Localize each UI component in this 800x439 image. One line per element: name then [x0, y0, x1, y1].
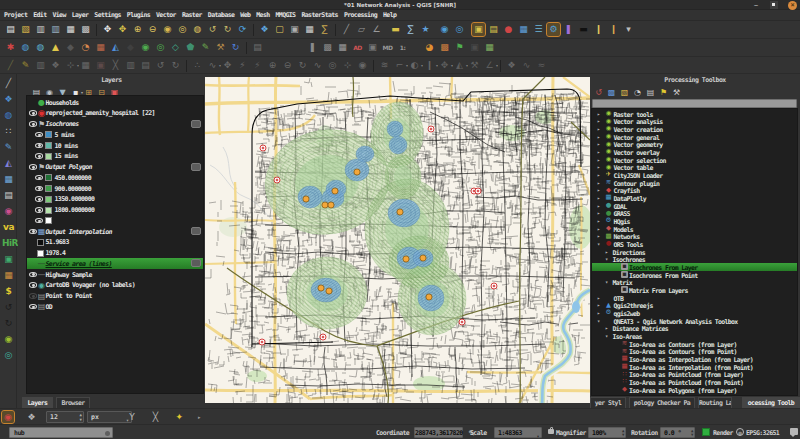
menu-project[interactable]: Project — [4, 10, 27, 21]
snapping-options-icon[interactable]: ❖ — [505, 59, 518, 72]
expand-arrow-icon[interactable]: ▾ — [597, 241, 600, 247]
md-box-icon[interactable]: MD — [381, 41, 394, 54]
vertex-tool-all-icon[interactable]: ❖ — [49, 59, 62, 72]
flag-plugin-icon[interactable]: ⚑ — [453, 41, 466, 54]
layer-item[interactable]: ◉CartoDB Voyager (no labels) — [27, 280, 203, 291]
show-layout-manager-icon[interactable]: ▩ — [79, 23, 92, 36]
layer-item[interactable]: 10 mins — [27, 140, 203, 151]
add-virtual-layer-icon[interactable]: va — [2, 221, 15, 234]
expand-arrow-icon[interactable]: ▾ — [605, 333, 608, 339]
measure-area-icon[interactable]: ▱ — [355, 23, 368, 36]
layer-item[interactable]: 51.9683 — [27, 237, 203, 248]
layer-visibility-eye-icon[interactable] — [35, 218, 43, 224]
layer-item[interactable]: ●Households — [27, 97, 203, 108]
offset-curve-icon[interactable]: ≋ — [378, 59, 391, 72]
layer-visibility-eye-icon[interactable] — [35, 132, 43, 138]
rotation-spinbox[interactable]: 0.0 °▲▼ — [660, 427, 695, 438]
layer-visibility-eye-icon[interactable] — [35, 207, 43, 213]
layer-visibility-eye-icon[interactable] — [29, 110, 37, 116]
layers-tree[interactable]: ●Households◉reprojected_amenity_hospital… — [26, 95, 204, 394]
layer-symbol-swatch[interactable] — [37, 239, 44, 246]
menu-settings[interactable]: Settings — [94, 10, 121, 21]
coordinate-input[interactable]: 288743,3617820 — [414, 427, 463, 438]
digitize-line-icon[interactable]: ∿▾ — [206, 59, 219, 72]
add-wms-layer-icon[interactable]: ◍ — [2, 109, 15, 122]
menu-mesh[interactable]: Mesh — [256, 10, 269, 21]
rotate-feature-icon[interactable]: ↻ — [296, 59, 309, 72]
layer-item[interactable]: ◉reprojected_amenity_hospital [22] — [27, 108, 203, 119]
zoom-in-icon[interactable]: ⊕ — [131, 23, 144, 36]
paste-features-icon[interactable]: ▤ — [139, 59, 152, 72]
menu-view[interactable]: View — [52, 10, 65, 21]
layer-symbol-swatch[interactable] — [45, 217, 52, 224]
processing-toolbox-icon[interactable]: ⚙ — [547, 23, 560, 36]
layer-item[interactable]: 1800.0000000 — [27, 205, 203, 216]
layer-item[interactable]: —Service area (lines) — [27, 258, 203, 269]
add-part-icon[interactable]: ⊹ — [341, 59, 354, 72]
zoom-native-icon[interactable]: ◉ — [438, 23, 451, 36]
statistics-dock-icon[interactable]: ☰ — [532, 23, 545, 36]
measure-angle-icon[interactable]: ∠ — [370, 23, 383, 36]
refresh-map-icon[interactable]: ⟳ — [236, 23, 249, 36]
messages-icon[interactable] — [790, 428, 798, 435]
add-mesh-layer-icon[interactable]: ▤ — [2, 189, 15, 202]
magnifier-tool-icon[interactable]: ◎ — [453, 23, 466, 36]
layer-item[interactable]: ▦Output Interpolation — [27, 226, 203, 237]
teal-circle-icon[interactable]: ◎ — [2, 349, 15, 362]
money-plugin-icon[interactable]: $ — [2, 285, 15, 298]
delete-selected-icon[interactable]: ▣ — [94, 59, 107, 72]
image-plugin-icon[interactable]: ▦ — [2, 269, 15, 282]
metasearch-icon[interactable]: ◍ — [19, 41, 32, 54]
processing-tree-item[interactable]: ◆Iso-Area as Polygons (from Layer) — [592, 386, 797, 394]
zoom-last-icon[interactable]: ↺ — [206, 23, 219, 36]
layer-indicator[interactable] — [191, 259, 201, 267]
road-graph-icon[interactable]: ◆ — [64, 41, 77, 54]
layer-item[interactable]: ▤OD — [27, 301, 203, 312]
locator-search-input[interactable]: hub — [9, 427, 113, 438]
expand-arrow-icon[interactable]: ▸ — [597, 141, 600, 147]
edit-features-inplace-icon[interactable]: ⚑ — [658, 87, 669, 98]
zoom-full-icon[interactable]: ◉ — [161, 23, 174, 36]
grass-region-icon[interactable]: ◉ — [2, 205, 15, 218]
layer-visibility-eye-icon[interactable] — [35, 175, 43, 181]
layer-symbol-swatch[interactable] — [45, 174, 52, 181]
monitor-plugin-icon[interactable]: ▣ — [468, 41, 481, 54]
topological-editing-icon[interactable]: Y — [126, 411, 138, 423]
menu-rasterstats[interactable]: RasterStats — [301, 10, 337, 21]
expand-arrow-icon[interactable]: ▸ — [597, 164, 600, 170]
expand-arrow-icon[interactable]: ▸ — [597, 118, 600, 124]
data-source-error-icon[interactable]: ● — [502, 23, 515, 36]
expand-arrow-icon[interactable]: ▸ — [597, 126, 600, 132]
expand-arrow-icon[interactable]: ▸ — [597, 203, 600, 209]
expand-arrow-icon[interactable]: ▸ — [597, 233, 600, 239]
expand-arrow-icon[interactable]: ▸ — [597, 172, 600, 178]
quickmap-icon[interactable]: ◉ — [139, 41, 152, 54]
layer-item[interactable]: —Highway Sample — [27, 269, 203, 280]
menu-plugins[interactable]: Plugins — [127, 10, 150, 21]
expand-arrow-icon[interactable]: ▸ — [605, 249, 608, 255]
select-features-icon[interactable]: ▢ — [273, 23, 286, 36]
layer-symbol-swatch[interactable] — [45, 131, 52, 138]
map-tips-icon[interactable]: ❙ — [592, 23, 605, 36]
expand-arrow-icon[interactable]: ▾ — [605, 256, 608, 262]
simplify-feature-icon[interactable]: ∿ — [311, 59, 324, 72]
add-vector-layer-icon[interactable]: ◭ — [2, 157, 15, 170]
attribute-grid-icon[interactable]: ▦ — [94, 41, 107, 54]
snapbar-overflow-icon[interactable]: ▸ — [197, 411, 202, 423]
dock-tab-browser[interactable]: Browser — [56, 397, 90, 408]
scale-lock-icon[interactable] — [548, 429, 554, 434]
layer-visibility-eye-icon[interactable] — [29, 164, 37, 170]
scale-combo[interactable]: 1:48363▾ — [494, 427, 542, 438]
pan-to-selection-icon[interactable]: ✥ — [116, 23, 129, 36]
mode-box-icon[interactable]: ▣ — [366, 41, 379, 54]
toolbar-overflow-icon[interactable]: ▾ — [622, 23, 635, 36]
menu-edit[interactable]: Edit — [33, 10, 46, 21]
scale-feature-icon[interactable]: ◭▾ — [453, 59, 466, 72]
scale-ruler-icon[interactable]: ╱ — [2, 77, 15, 90]
layer-visibility-eye-icon[interactable] — [35, 143, 43, 149]
new-map-view-icon[interactable]: ▤ — [487, 23, 500, 36]
layer-item[interactable]: 900.0000000 — [27, 183, 203, 194]
web-services-icon[interactable]: ◍ — [34, 41, 47, 54]
recent-icon[interactable]: ◔ — [632, 87, 643, 98]
dataplotly-icon[interactable]: ◔ — [79, 41, 92, 54]
